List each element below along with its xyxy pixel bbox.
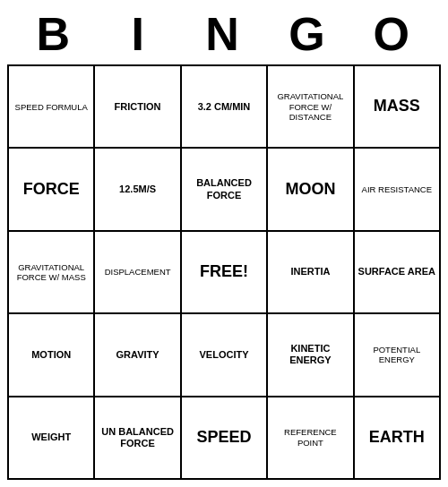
bingo-title: B I N G O: [7, 7, 441, 61]
bingo-cell-15: MOTION: [9, 314, 95, 397]
title-i: I: [97, 7, 181, 61]
title-g: G: [266, 7, 350, 61]
bingo-cell-16: GRAVITY: [95, 314, 181, 397]
bingo-cell-17: VELOCITY: [182, 314, 268, 397]
bingo-cell-7: BALANCED FORCE: [182, 149, 268, 231]
bingo-cell-0: SPEED FORMULA: [9, 66, 95, 149]
bingo-cell-10: GRAVITATIONAL FORCE W/ MASS: [9, 232, 95, 314]
bingo-grid: SPEED FORMULAFRICTION3.2 CM/MINGRAVITATI…: [7, 64, 441, 480]
bingo-cell-18: KINETIC ENERGY: [268, 314, 354, 397]
bingo-cell-2: 3.2 CM/MIN: [182, 66, 268, 149]
bingo-cell-3: GRAVITATIONAL FORCE W/ DISTANCE: [268, 66, 354, 149]
bingo-cell-9: AIR RESISTANCE: [355, 149, 441, 231]
bingo-cell-19: POTENTIAL ENERGY: [355, 314, 441, 397]
bingo-cell-4: MASS: [355, 66, 441, 149]
bingo-cell-6: 12.5M/S: [95, 149, 181, 231]
title-b: B: [13, 7, 97, 61]
bingo-cell-12: FREE!: [182, 232, 268, 314]
bingo-cell-1: FRICTION: [95, 66, 181, 149]
bingo-cell-21: UN BALANCED FORCE: [95, 397, 181, 480]
bingo-cell-23: REFERENCE POINT: [268, 397, 354, 480]
bingo-cell-22: SPEED: [182, 397, 268, 480]
title-n: N: [182, 7, 266, 61]
bingo-cell-5: FORCE: [9, 149, 95, 231]
bingo-cell-8: MOON: [268, 149, 354, 231]
bingo-cell-11: DISPLACEMENT: [95, 232, 181, 314]
title-o: O: [351, 7, 435, 61]
bingo-cell-24: EARTH: [355, 397, 441, 480]
bingo-cell-14: SURFACE AREA: [355, 232, 441, 314]
bingo-cell-20: WEIGHT: [9, 397, 95, 480]
bingo-cell-13: INERTIA: [268, 232, 354, 314]
